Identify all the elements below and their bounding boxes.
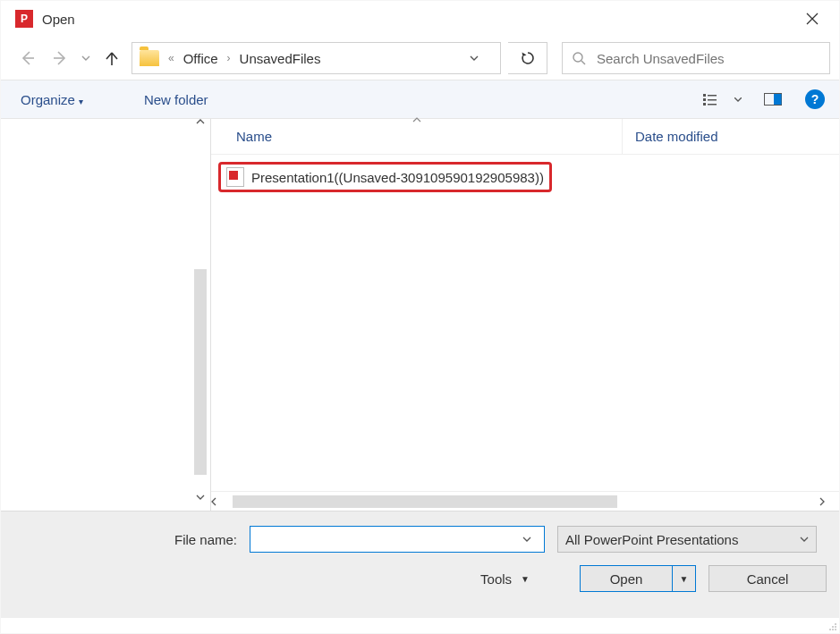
folder-icon	[140, 50, 159, 66]
svg-rect-2	[708, 95, 717, 97]
svg-point-14	[835, 629, 836, 630]
cancel-button[interactable]: Cancel	[708, 565, 827, 592]
search-icon	[572, 51, 586, 65]
recent-dropdown[interactable]	[80, 46, 92, 71]
refresh-button[interactable]	[508, 42, 547, 74]
filename-label: File name:	[13, 532, 237, 547]
svg-point-10	[832, 626, 834, 628]
sidebar-scrollbar[interactable]	[191, 119, 210, 511]
horizontal-scrollbar[interactable]	[211, 491, 839, 511]
view-options-dropdown[interactable]	[732, 87, 744, 112]
scroll-thumb[interactable]	[194, 269, 207, 475]
file-row-highlight: Presentation1((Unsaved-30910959019290598…	[218, 162, 552, 192]
scroll-up-icon[interactable]	[196, 119, 205, 135]
breadcrumb-prefix: «	[165, 52, 178, 64]
dialog-title: Open	[42, 12, 75, 27]
breadcrumb-segment-0[interactable]: Office	[183, 51, 218, 66]
open-button[interactable]: Open ▼	[580, 565, 696, 592]
column-header-date[interactable]: Date modified	[623, 129, 718, 144]
svg-rect-3	[703, 98, 706, 101]
filename-input[interactable]	[250, 532, 522, 546]
resize-grip[interactable]	[827, 621, 837, 631]
organize-button[interactable]: Organize▾	[15, 89, 89, 111]
filename-field[interactable]	[250, 526, 545, 553]
svg-point-11	[835, 626, 836, 628]
svg-rect-4	[708, 99, 717, 101]
file-row[interactable]: Presentation1((Unsaved-30910959019290598…	[226, 167, 544, 187]
svg-point-13	[832, 629, 834, 630]
preview-pane-button[interactable]	[760, 87, 785, 112]
scroll-down-icon[interactable]	[196, 495, 205, 511]
powerpoint-file-icon	[226, 167, 244, 187]
svg-rect-8	[774, 94, 782, 105]
svg-rect-6	[708, 104, 717, 106]
back-button[interactable]	[15, 46, 40, 71]
svg-rect-1	[703, 94, 706, 97]
breadcrumb[interactable]: « Office › UnsavedFiles	[132, 42, 501, 74]
search-input[interactable]	[595, 50, 820, 67]
open-split-dropdown[interactable]: ▼	[672, 566, 695, 591]
scroll-left-icon[interactable]	[211, 497, 231, 506]
file-name: Presentation1((Unsaved-30910959019290598…	[251, 170, 544, 185]
sort-asc-icon	[412, 117, 421, 123]
file-type-select[interactable]: All PowerPoint Presentations	[557, 526, 817, 553]
column-header-name[interactable]: Name	[211, 119, 623, 154]
scroll-right-icon[interactable]	[819, 497, 839, 506]
svg-point-9	[835, 623, 836, 625]
svg-rect-5	[703, 103, 706, 106]
breadcrumb-segment-1[interactable]: UnsavedFiles	[240, 51, 321, 66]
chevron-down-icon	[800, 537, 809, 542]
tools-button[interactable]: Tools ▼	[471, 568, 539, 590]
svg-point-12	[829, 629, 831, 630]
forward-button[interactable]	[47, 46, 72, 71]
close-button[interactable]	[794, 1, 830, 37]
chevron-right-icon: ›	[224, 52, 234, 64]
filename-dropdown[interactable]	[522, 537, 544, 542]
sidebar	[1, 119, 211, 511]
app-icon: P	[15, 10, 33, 28]
breadcrumb-dropdown[interactable]	[470, 55, 495, 61]
up-button[interactable]	[99, 46, 124, 71]
new-folder-button[interactable]: New folder	[139, 89, 214, 111]
h-scroll-thumb[interactable]	[233, 495, 617, 508]
search-box[interactable]	[562, 42, 830, 74]
help-button[interactable]: ?	[805, 89, 825, 109]
svg-point-0	[573, 53, 582, 62]
view-options-button[interactable]	[700, 87, 725, 112]
